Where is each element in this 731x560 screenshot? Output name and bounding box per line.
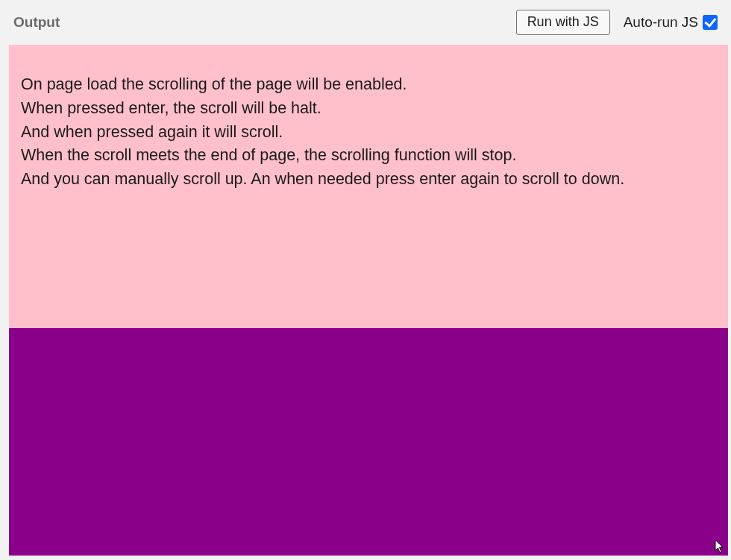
- output-toolbar: Output Run with JS Auto-run JS: [0, 0, 731, 45]
- text-line: When the scroll meets the end of page, t…: [21, 144, 716, 168]
- section-purple: [9, 328, 728, 556]
- toolbar-right: Run with JS Auto-run JS: [516, 10, 718, 35]
- autorun-group[interactable]: Auto-run JS: [624, 14, 718, 31]
- autorun-label: Auto-run JS: [624, 14, 698, 31]
- section-pink: On page load the scrolling of the page w…: [9, 45, 728, 328]
- autorun-checkbox[interactable]: [703, 15, 718, 30]
- render-output-area[interactable]: On page load the scrolling of the page w…: [9, 45, 728, 556]
- output-label: Output: [13, 14, 60, 31]
- instruction-text: On page load the scrolling of the page w…: [21, 73, 716, 192]
- toolbar-left: Output: [13, 14, 60, 31]
- text-line: And you can manually scroll up. An when …: [21, 168, 716, 192]
- run-with-js-button[interactable]: Run with JS: [516, 10, 610, 35]
- text-line: And when pressed again it will scroll.: [21, 121, 716, 145]
- text-line: When pressed enter, the scroll will be h…: [21, 97, 716, 121]
- text-line: On page load the scrolling of the page w…: [21, 73, 716, 97]
